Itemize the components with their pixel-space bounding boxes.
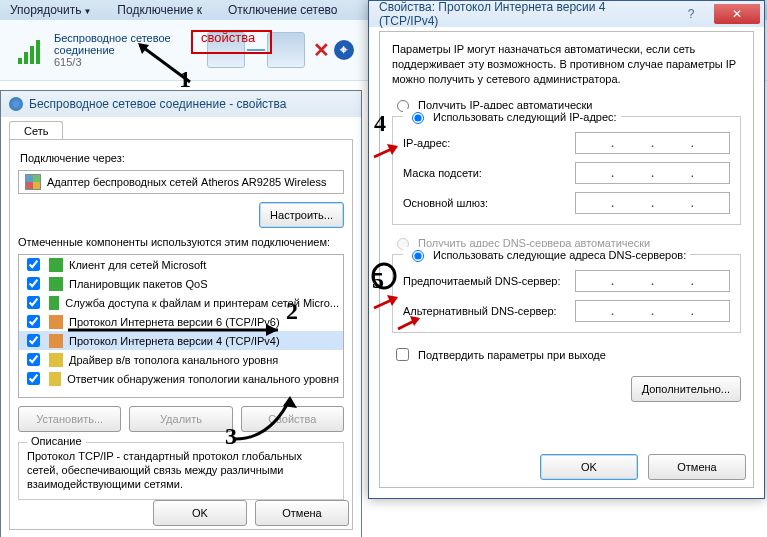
- dlg2-cancel-button[interactable]: Отмена: [648, 454, 746, 480]
- adapter-name: Адаптер беспроводных сетей Atheros AR928…: [47, 176, 326, 188]
- list-item[interactable]: Ответчик обнаружения топологии канальног…: [19, 369, 343, 388]
- intro-text: Параметры IP могут назначаться автоматич…: [392, 42, 741, 87]
- menu-connect[interactable]: Подключение к: [117, 3, 202, 17]
- lldp-responder-icon: [49, 372, 61, 386]
- adapter-icon: [25, 174, 41, 190]
- gateway-field[interactable]: ...: [575, 192, 730, 214]
- gateway-label: Основной шлюз:: [403, 197, 575, 209]
- tab-network[interactable]: Сеть: [9, 121, 63, 140]
- dns-pref-label: Предпочитаемый DNS-сервер:: [403, 275, 575, 287]
- dns-alt-label: Альтернативный DNS-сервер:: [403, 305, 575, 317]
- dlg1-ok-button[interactable]: OK: [153, 500, 247, 526]
- list-item[interactable]: Клиент для сетей Microsoft: [19, 255, 343, 274]
- component-checkbox[interactable]: [27, 277, 40, 290]
- connect-via-label: Подключение через:: [20, 152, 344, 164]
- list-item-selected[interactable]: Протокол Интернета версии 4 (TCP/IPv4): [19, 331, 343, 350]
- close-button[interactable]: ✕: [714, 4, 760, 24]
- subnet-mask-label: Маска подсети:: [403, 167, 575, 179]
- advanced-button[interactable]: Дополнительно...: [631, 376, 741, 402]
- shield-icon: [9, 97, 23, 111]
- confirm-checkbox-row[interactable]: Подтвердить параметры при выходе: [392, 345, 741, 364]
- menu-organize[interactable]: Упорядочить▼: [10, 3, 91, 17]
- ipv4-properties-dialog: Свойства: Протокол Интернета версии 4 (T…: [368, 0, 765, 499]
- uninstall-button[interactable]: Удалить: [129, 406, 232, 432]
- list-item[interactable]: Планировщик пакетов QoS: [19, 274, 343, 293]
- component-checkbox[interactable]: [27, 296, 40, 309]
- list-item[interactable]: Служба доступа к файлам и принтерам сете…: [19, 293, 343, 312]
- monitor-pair-icon: [189, 32, 323, 68]
- connection-properties-dialog: Беспроводное сетевое соединение - свойст…: [0, 90, 362, 537]
- subnet-mask-field[interactable]: ...: [575, 162, 730, 184]
- list-item[interactable]: Драйвер в/в тополога канального уровня: [19, 350, 343, 369]
- description-group: Описание Протокол TCP/IP - стандартный п…: [18, 442, 344, 500]
- ip-manual-label: Использовать следующий IP-адрес:: [433, 111, 617, 123]
- component-checkbox[interactable]: [27, 353, 40, 366]
- dlg1-title: Беспроводное сетевое соединение - свойст…: [1, 91, 361, 117]
- lldp-driver-icon: [49, 353, 63, 367]
- client-icon: [49, 258, 63, 272]
- dns-manual-radio-row[interactable]: Использовать следующие адреса DNS-сервер…: [403, 247, 690, 262]
- component-checkbox[interactable]: [27, 334, 40, 347]
- dns-pref-field[interactable]: ...: [575, 270, 730, 292]
- ipv4-icon: [49, 334, 63, 348]
- qos-icon: [49, 277, 63, 291]
- wifi-connection-item[interactable]: Беспроводное сетевое соединение 615/3: [0, 32, 189, 68]
- dns-alt-field[interactable]: ...: [575, 300, 730, 322]
- adapter-box[interactable]: Адаптер беспроводных сетей Atheros AR928…: [18, 170, 344, 194]
- components-list[interactable]: Клиент для сетей Microsoft Планировщик п…: [18, 254, 344, 398]
- component-checkbox[interactable]: [27, 372, 40, 385]
- dns-group: Использовать следующие адреса DNS-сервер…: [392, 254, 741, 333]
- ip-manual-radio-row[interactable]: Использовать следующий IP-адрес:: [403, 109, 621, 124]
- component-checkbox[interactable]: [27, 315, 40, 328]
- ip-manual-radio[interactable]: [412, 112, 424, 124]
- fileshare-icon: [49, 296, 59, 310]
- ip-address-label: IP-адрес:: [403, 137, 575, 149]
- ipv6-icon: [49, 315, 63, 329]
- wifi-label: Беспроводное сетевое соединение 615/3: [54, 32, 171, 68]
- properties-button[interactable]: Свойства: [241, 406, 344, 432]
- install-button[interactable]: Установить...: [18, 406, 121, 432]
- error-x-icon: ✕: [313, 38, 330, 62]
- components-label: Отмеченные компоненты используются этим …: [18, 236, 344, 248]
- help-button[interactable]: ?: [668, 4, 714, 24]
- list-item[interactable]: Протокол Интернета версии 6 (TCP/IPv6): [19, 312, 343, 331]
- dns-manual-label: Использовать следующие адреса DNS-сервер…: [433, 249, 686, 261]
- description-legend: Описание: [27, 435, 86, 447]
- dlg2-title: Свойства: Протокол Интернета версии 4 (T…: [369, 1, 764, 27]
- dlg2-ok-button[interactable]: OK: [540, 454, 638, 480]
- component-checkbox[interactable]: [27, 258, 40, 271]
- dlg1-cancel-button[interactable]: Отмена: [255, 500, 349, 526]
- ip-group: Использовать следующий IP-адрес: IP-адре…: [392, 116, 741, 225]
- wifi-signal-icon: [18, 36, 46, 64]
- configure-button[interactable]: Настроить...: [259, 202, 344, 228]
- description-text: Протокол TCP/IP - стандартный протокол г…: [27, 449, 335, 491]
- ip-address-field[interactable]: ...: [575, 132, 730, 154]
- dns-manual-radio[interactable]: [412, 250, 424, 262]
- menu-disconnect[interactable]: Отключение сетево: [228, 3, 337, 17]
- confirm-checkbox[interactable]: [396, 348, 409, 361]
- bluetooth-icon: ⌖: [334, 40, 354, 60]
- confirm-label: Подтвердить параметры при выходе: [418, 349, 606, 361]
